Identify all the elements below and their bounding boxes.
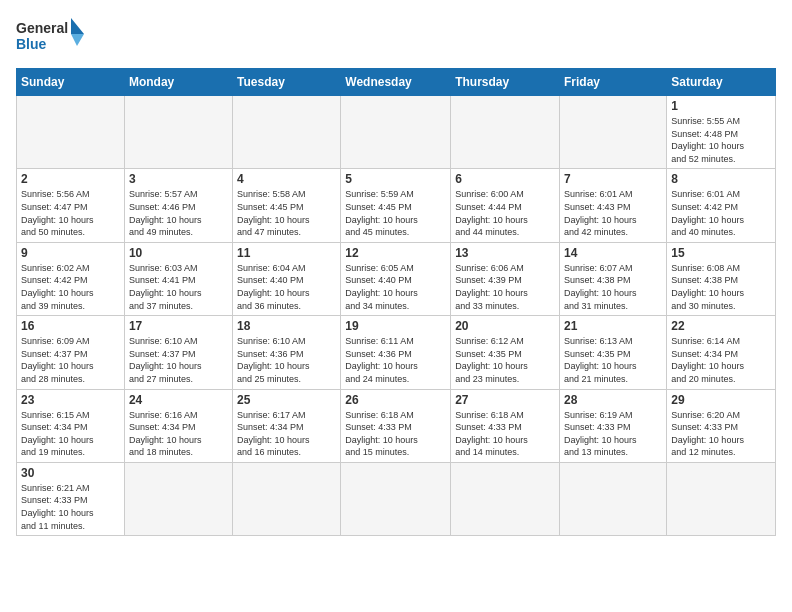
day-info: Sunrise: 6:03 AM Sunset: 4:41 PM Dayligh…	[129, 262, 228, 312]
day-number: 30	[21, 466, 120, 480]
calendar-cell	[233, 462, 341, 535]
day-info: Sunrise: 6:10 AM Sunset: 4:36 PM Dayligh…	[237, 335, 336, 385]
day-info: Sunrise: 6:07 AM Sunset: 4:38 PM Dayligh…	[564, 262, 662, 312]
day-number: 7	[564, 172, 662, 186]
day-info: Sunrise: 6:00 AM Sunset: 4:44 PM Dayligh…	[455, 188, 555, 238]
day-number: 18	[237, 319, 336, 333]
day-of-week-header: Tuesday	[233, 69, 341, 96]
calendar-cell	[341, 96, 451, 169]
calendar-cell: 19Sunrise: 6:11 AM Sunset: 4:36 PM Dayli…	[341, 316, 451, 389]
day-number: 27	[455, 393, 555, 407]
calendar-cell: 18Sunrise: 6:10 AM Sunset: 4:36 PM Dayli…	[233, 316, 341, 389]
day-info: Sunrise: 5:56 AM Sunset: 4:47 PM Dayligh…	[21, 188, 120, 238]
calendar-week-row: 2Sunrise: 5:56 AM Sunset: 4:47 PM Daylig…	[17, 169, 776, 242]
calendar-cell: 14Sunrise: 6:07 AM Sunset: 4:38 PM Dayli…	[560, 242, 667, 315]
day-number: 13	[455, 246, 555, 260]
day-number: 29	[671, 393, 771, 407]
day-info: Sunrise: 6:19 AM Sunset: 4:33 PM Dayligh…	[564, 409, 662, 459]
day-number: 2	[21, 172, 120, 186]
day-info: Sunrise: 6:02 AM Sunset: 4:42 PM Dayligh…	[21, 262, 120, 312]
calendar-cell: 23Sunrise: 6:15 AM Sunset: 4:34 PM Dayli…	[17, 389, 125, 462]
day-info: Sunrise: 5:57 AM Sunset: 4:46 PM Dayligh…	[129, 188, 228, 238]
calendar-cell: 17Sunrise: 6:10 AM Sunset: 4:37 PM Dayli…	[124, 316, 232, 389]
calendar-cell: 3Sunrise: 5:57 AM Sunset: 4:46 PM Daylig…	[124, 169, 232, 242]
svg-marker-2	[71, 18, 84, 34]
calendar-cell: 27Sunrise: 6:18 AM Sunset: 4:33 PM Dayli…	[451, 389, 560, 462]
calendar-cell	[124, 96, 232, 169]
day-number: 12	[345, 246, 446, 260]
calendar-cell	[233, 96, 341, 169]
calendar-cell	[124, 462, 232, 535]
calendar-week-row: 23Sunrise: 6:15 AM Sunset: 4:34 PM Dayli…	[17, 389, 776, 462]
day-number: 6	[455, 172, 555, 186]
calendar-cell	[17, 96, 125, 169]
day-info: Sunrise: 6:11 AM Sunset: 4:36 PM Dayligh…	[345, 335, 446, 385]
day-info: Sunrise: 6:08 AM Sunset: 4:38 PM Dayligh…	[671, 262, 771, 312]
calendar-cell: 12Sunrise: 6:05 AM Sunset: 4:40 PM Dayli…	[341, 242, 451, 315]
calendar-cell: 6Sunrise: 6:00 AM Sunset: 4:44 PM Daylig…	[451, 169, 560, 242]
calendar-cell	[451, 96, 560, 169]
day-info: Sunrise: 5:59 AM Sunset: 4:45 PM Dayligh…	[345, 188, 446, 238]
calendar-cell	[341, 462, 451, 535]
calendar-cell: 20Sunrise: 6:12 AM Sunset: 4:35 PM Dayli…	[451, 316, 560, 389]
calendar-cell: 25Sunrise: 6:17 AM Sunset: 4:34 PM Dayli…	[233, 389, 341, 462]
day-number: 17	[129, 319, 228, 333]
day-info: Sunrise: 6:10 AM Sunset: 4:37 PM Dayligh…	[129, 335, 228, 385]
day-info: Sunrise: 6:04 AM Sunset: 4:40 PM Dayligh…	[237, 262, 336, 312]
calendar-cell: 13Sunrise: 6:06 AM Sunset: 4:39 PM Dayli…	[451, 242, 560, 315]
logo-svg: GeneralBlue	[16, 16, 86, 58]
calendar-cell: 30Sunrise: 6:21 AM Sunset: 4:33 PM Dayli…	[17, 462, 125, 535]
day-number: 10	[129, 246, 228, 260]
day-info: Sunrise: 6:05 AM Sunset: 4:40 PM Dayligh…	[345, 262, 446, 312]
calendar-cell	[451, 462, 560, 535]
day-number: 4	[237, 172, 336, 186]
calendar-cell	[667, 462, 776, 535]
calendar-cell: 1Sunrise: 5:55 AM Sunset: 4:48 PM Daylig…	[667, 96, 776, 169]
day-number: 16	[21, 319, 120, 333]
calendar-cell: 16Sunrise: 6:09 AM Sunset: 4:37 PM Dayli…	[17, 316, 125, 389]
calendar-header-row: SundayMondayTuesdayWednesdayThursdayFrid…	[17, 69, 776, 96]
calendar-cell: 11Sunrise: 6:04 AM Sunset: 4:40 PM Dayli…	[233, 242, 341, 315]
calendar-cell: 22Sunrise: 6:14 AM Sunset: 4:34 PM Dayli…	[667, 316, 776, 389]
day-info: Sunrise: 5:55 AM Sunset: 4:48 PM Dayligh…	[671, 115, 771, 165]
svg-text:Blue: Blue	[16, 36, 47, 52]
day-info: Sunrise: 6:12 AM Sunset: 4:35 PM Dayligh…	[455, 335, 555, 385]
svg-text:General: General	[16, 20, 68, 36]
calendar-cell: 24Sunrise: 6:16 AM Sunset: 4:34 PM Dayli…	[124, 389, 232, 462]
day-number: 8	[671, 172, 771, 186]
calendar-cell: 28Sunrise: 6:19 AM Sunset: 4:33 PM Dayli…	[560, 389, 667, 462]
calendar-week-row: 9Sunrise: 6:02 AM Sunset: 4:42 PM Daylig…	[17, 242, 776, 315]
calendar-week-row: 1Sunrise: 5:55 AM Sunset: 4:48 PM Daylig…	[17, 96, 776, 169]
day-number: 15	[671, 246, 771, 260]
day-info: Sunrise: 6:13 AM Sunset: 4:35 PM Dayligh…	[564, 335, 662, 385]
day-number: 28	[564, 393, 662, 407]
calendar-table: SundayMondayTuesdayWednesdayThursdayFrid…	[16, 68, 776, 536]
day-number: 1	[671, 99, 771, 113]
calendar-cell: 10Sunrise: 6:03 AM Sunset: 4:41 PM Dayli…	[124, 242, 232, 315]
calendar-cell: 29Sunrise: 6:20 AM Sunset: 4:33 PM Dayli…	[667, 389, 776, 462]
svg-marker-3	[71, 34, 84, 46]
day-of-week-header: Monday	[124, 69, 232, 96]
day-of-week-header: Sunday	[17, 69, 125, 96]
calendar-cell: 9Sunrise: 6:02 AM Sunset: 4:42 PM Daylig…	[17, 242, 125, 315]
day-info: Sunrise: 6:21 AM Sunset: 4:33 PM Dayligh…	[21, 482, 120, 532]
calendar-cell: 2Sunrise: 5:56 AM Sunset: 4:47 PM Daylig…	[17, 169, 125, 242]
day-number: 23	[21, 393, 120, 407]
calendar-cell: 26Sunrise: 6:18 AM Sunset: 4:33 PM Dayli…	[341, 389, 451, 462]
day-of-week-header: Thursday	[451, 69, 560, 96]
day-info: Sunrise: 6:18 AM Sunset: 4:33 PM Dayligh…	[345, 409, 446, 459]
day-number: 26	[345, 393, 446, 407]
calendar-cell: 15Sunrise: 6:08 AM Sunset: 4:38 PM Dayli…	[667, 242, 776, 315]
day-info: Sunrise: 5:58 AM Sunset: 4:45 PM Dayligh…	[237, 188, 336, 238]
day-number: 3	[129, 172, 228, 186]
page-header: GeneralBlue	[16, 16, 776, 58]
day-number: 22	[671, 319, 771, 333]
day-of-week-header: Saturday	[667, 69, 776, 96]
day-info: Sunrise: 6:20 AM Sunset: 4:33 PM Dayligh…	[671, 409, 771, 459]
day-info: Sunrise: 6:15 AM Sunset: 4:34 PM Dayligh…	[21, 409, 120, 459]
day-of-week-header: Wednesday	[341, 69, 451, 96]
day-info: Sunrise: 6:06 AM Sunset: 4:39 PM Dayligh…	[455, 262, 555, 312]
calendar-cell: 7Sunrise: 6:01 AM Sunset: 4:43 PM Daylig…	[560, 169, 667, 242]
day-number: 24	[129, 393, 228, 407]
calendar-cell: 4Sunrise: 5:58 AM Sunset: 4:45 PM Daylig…	[233, 169, 341, 242]
